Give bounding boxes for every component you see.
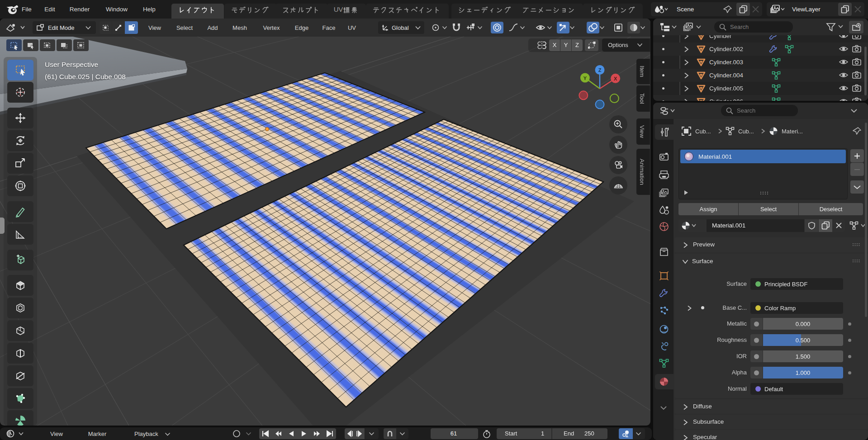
svg-text:V: V [338, 5, 343, 13]
svg-text:Z: Z [598, 67, 602, 73]
svg-text:X: X [614, 76, 617, 81]
svg-text:Y: Y [583, 76, 587, 81]
svg-text:U: U [334, 5, 339, 13]
